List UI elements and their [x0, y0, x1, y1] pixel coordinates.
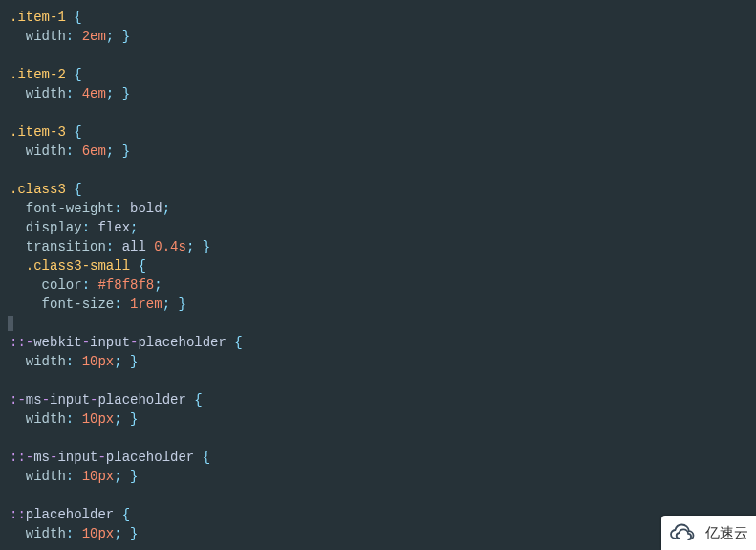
text-cursor: [8, 316, 13, 331]
watermark-text: 亿速云: [705, 523, 748, 542]
cloud-icon: [667, 521, 700, 544]
code-editor[interactable]: .item-1 { width: 2em; } .item-2 { width:…: [0, 0, 756, 550]
watermark: 亿速云: [661, 516, 756, 550]
